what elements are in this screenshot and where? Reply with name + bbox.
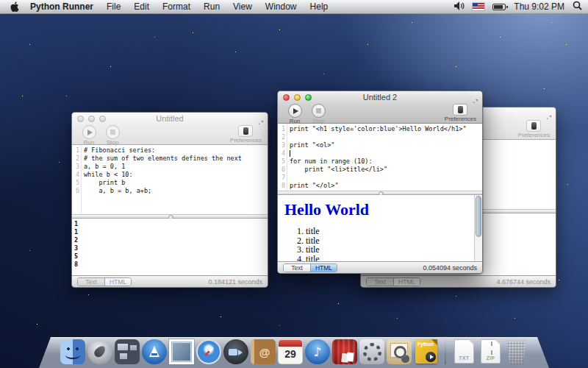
code-text[interactable]: print "<h1 style='color:blue'>Hello Worl…	[287, 124, 482, 191]
list-item: title	[306, 227, 482, 236]
play-icon	[293, 108, 298, 114]
run-label: Run	[290, 118, 301, 124]
dock-safari-icon[interactable]	[196, 339, 221, 364]
zoom-button[interactable]	[305, 94, 312, 101]
dock-mail-icon[interactable]	[169, 339, 194, 364]
line-numbers: 1 2 3 4 5 6	[72, 145, 82, 214]
dock-mission-control-icon[interactable]	[115, 339, 140, 364]
line-numbers: 1 2 3 4 5 6 7 8	[278, 124, 287, 191]
text-tab[interactable]: Text	[284, 264, 310, 272]
battery-icon[interactable]	[492, 4, 506, 10]
stop-button[interactable]	[312, 104, 326, 118]
play-badge-icon	[426, 352, 436, 362]
menu-file[interactable]: File	[100, 1, 127, 12]
text-tab[interactable]: Text	[78, 278, 104, 286]
menu-bar: Python Runner File Edit Format Run View …	[0, 0, 588, 14]
dock-zip-file-icon[interactable]: ZIP	[481, 339, 501, 364]
minimize-button[interactable]	[294, 94, 301, 101]
run-time: 0.054094 seconds	[423, 264, 477, 272]
volume-icon[interactable]	[454, 1, 465, 13]
output-mode-toggle[interactable]: Text HTML	[366, 277, 420, 286]
text-tab[interactable]: Text	[367, 278, 393, 286]
dock-ical-icon[interactable]: 29	[278, 339, 303, 364]
zoom-button[interactable]	[99, 116, 106, 122]
run-time: 4.676744 seconds	[496, 278, 551, 286]
window2-toolbar: Run Stop Preferences	[278, 103, 482, 124]
preferences-button[interactable]	[238, 125, 253, 137]
stop-icon	[110, 130, 115, 135]
preferences-button[interactable]	[526, 120, 541, 132]
dock-preview-icon[interactable]	[387, 339, 412, 364]
menu-window[interactable]: Window	[259, 1, 304, 12]
list-item: title	[306, 245, 482, 255]
preferences-icon	[531, 122, 537, 130]
code-text[interactable]: # Fibonacci series: # the sum of two ele…	[82, 145, 268, 214]
input-language-flag-icon[interactable]	[473, 3, 484, 10]
menu-format[interactable]: Format	[156, 1, 197, 12]
list-item: title	[306, 255, 482, 262]
music-note-icon: ♪	[314, 344, 322, 359]
dock-address-book-icon[interactable]: @	[251, 339, 276, 364]
minimize-button[interactable]	[88, 116, 95, 122]
dock-photo-booth-icon[interactable]	[332, 339, 357, 364]
list-item: title	[306, 236, 482, 246]
dock-facetime-icon[interactable]	[223, 339, 248, 364]
html-tab[interactable]: HTML	[104, 278, 131, 286]
window-untitled1[interactable]: Untitled Run Stop Preferences 1 2 3 4 5 …	[71, 112, 268, 288]
dock-separator	[445, 336, 446, 364]
html-tab[interactable]: HTML	[393, 278, 420, 286]
text-cursor	[290, 150, 290, 157]
stop-button[interactable]	[106, 125, 120, 139]
window1-code-editor[interactable]: 1 2 3 4 5 6 # Fibonacci series: # the su…	[72, 145, 268, 214]
window2-output[interactable]: Hello World title title title title titl…	[278, 195, 482, 261]
html-tab[interactable]: HTML	[310, 264, 337, 272]
play-icon	[87, 130, 93, 135]
menu-view[interactable]: View	[226, 1, 259, 12]
window1-toolbar: Run Stop Preferences	[72, 124, 268, 145]
window2-statusbar: Text HTML 0.054094 seconds	[278, 261, 482, 273]
run-time: 0.184121 seconds	[208, 278, 262, 286]
menu-help[interactable]: Help	[304, 1, 335, 12]
spotlight-icon[interactable]	[573, 1, 582, 13]
run-button[interactable]	[82, 125, 96, 139]
stop-label: Stop	[107, 139, 118, 146]
dock-python-runner-icon[interactable]: Python	[415, 339, 437, 364]
close-button[interactable]	[77, 116, 84, 122]
menu-run[interactable]: Run	[197, 1, 226, 12]
dock-launchpad-icon[interactable]	[87, 339, 112, 364]
dock: @ 29 ♪ Python TXT ZIP	[39, 334, 549, 368]
preferences-icon	[458, 106, 463, 113]
output-list: title title title title title title	[278, 227, 482, 261]
output-heading: Hello World	[284, 200, 482, 219]
output-mode-toggle[interactable]: Text HTML	[283, 263, 337, 272]
window2-code-editor[interactable]: 1 2 3 4 5 6 7 8 print "<h1 style='color:…	[278, 124, 482, 191]
dock-system-preferences-icon[interactable]	[359, 339, 384, 364]
menu-app-name[interactable]: Python Runner	[24, 1, 100, 12]
scrollbar-thumb[interactable]	[476, 196, 481, 237]
window-untitled2[interactable]: Untitled 2 Run Stop Preferences 1 2 3 4 …	[277, 91, 483, 274]
stop-label: Stop	[312, 118, 324, 124]
menu-edit[interactable]: Edit	[127, 1, 156, 12]
menu-clock[interactable]: Thu 9:02 PM	[514, 1, 564, 12]
scrollbar[interactable]	[474, 195, 482, 261]
window1-titlebar[interactable]: Untitled	[72, 113, 268, 124]
run-button[interactable]	[288, 104, 302, 118]
apple-menu-icon[interactable]	[6, 1, 24, 12]
calendar-date: 29	[284, 348, 296, 360]
run-label: Run	[84, 139, 95, 146]
preferences-button[interactable]	[453, 104, 467, 116]
window1-statusbar: Text HTML 0.184121 seconds	[72, 275, 268, 287]
output-mode-toggle[interactable]: Text HTML	[77, 277, 132, 286]
preferences-label: Preferences	[230, 137, 262, 144]
window2-titlebar[interactable]: Untitled 2	[278, 91, 482, 103]
dock-trash-icon[interactable]	[505, 340, 528, 364]
preferences-label: Preferences	[445, 116, 476, 122]
dock-finder-icon[interactable]	[60, 339, 85, 364]
window3-statusbar: Text HTML 4.676744 seconds	[361, 275, 556, 287]
stop-icon	[316, 108, 321, 113]
window1-output[interactable]: 1 1 2 3 5 8	[72, 219, 268, 275]
dock-itunes-icon[interactable]: ♪	[305, 339, 330, 364]
dock-txt-file-icon[interactable]: TXT	[454, 339, 474, 364]
close-button[interactable]	[283, 94, 290, 101]
dock-app-store-icon[interactable]	[142, 339, 167, 364]
